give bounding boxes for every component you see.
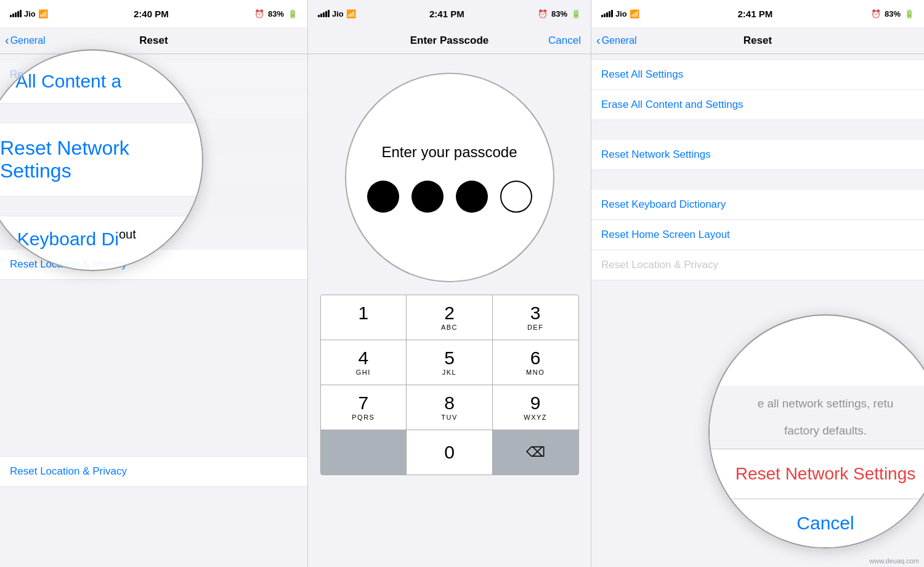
keypad: 1 2 ABC 3 DEF 4 GHI 5 JKL 6 MNO xyxy=(320,295,579,475)
key-8[interactable]: 8 TUV xyxy=(407,385,492,430)
dot-2 xyxy=(411,181,444,213)
bottom-spacer-left xyxy=(0,487,307,567)
status-bar-middle: Jio 📶 2:41 PM ⏰ 83% 🔋 xyxy=(308,0,591,27)
settings-cell-network-right[interactable]: Reset Network Settings xyxy=(591,140,924,170)
status-right-mid: ⏰ 83% 🔋 xyxy=(538,9,581,18)
battery-icon-left: 🔋 xyxy=(288,9,298,18)
key-9-letters: WXYZ xyxy=(524,414,547,421)
alarm-icon-mid: ⏰ xyxy=(538,9,548,18)
settings-cell-erase-right[interactable]: Erase All Content and Settings xyxy=(591,90,924,120)
chevron-left-icon: ‹ xyxy=(5,33,9,47)
wifi-icon-right: 📶 xyxy=(630,9,639,18)
key-7-letters: PQRS xyxy=(352,414,375,421)
key-3[interactable]: 3 DEF xyxy=(493,295,578,340)
key-2[interactable]: 2 ABC xyxy=(407,295,492,340)
magnify-reset-action[interactable]: Reset Network Settings xyxy=(710,449,924,499)
key-9[interactable]: 9 WXYZ xyxy=(493,385,578,430)
cancel-button-passcode[interactable]: Cancel xyxy=(548,35,581,47)
magnify-network-partial: e all network settings, retu xyxy=(758,397,894,410)
key-1[interactable]: 1 xyxy=(321,295,407,340)
status-bar-left: Jio 📶 2:40 PM ⏰ 83% 🔋 xyxy=(0,0,307,27)
time-right: 2:41 PM xyxy=(738,9,773,19)
key-7-number: 7 xyxy=(358,394,368,412)
magnify-gray-1 xyxy=(0,104,202,123)
settings-cell-keyboard-right[interactable]: Reset Keyboard Dictionary xyxy=(591,190,924,220)
key-3-number: 3 xyxy=(530,304,541,322)
left-panel: Jio 📶 2:40 PM ⏰ 83% 🔋 ‹ General Reset Re… xyxy=(0,0,308,567)
key-2-letters: ABC xyxy=(441,324,458,331)
carrier-mid: Jio xyxy=(332,9,344,18)
key-2-number: 2 xyxy=(444,304,455,322)
passcode-circle: Enter your passcode xyxy=(345,73,554,282)
settings-cell-reset-all-right[interactable]: Reset All Settings xyxy=(591,59,924,90)
battery-icon-right: 🔋 xyxy=(904,9,914,18)
passcode-dots xyxy=(367,181,532,213)
key-6-letters: MNO xyxy=(526,369,545,376)
key-7[interactable]: 7 PQRS xyxy=(321,385,407,430)
back-label-left: General xyxy=(10,35,46,46)
battery-right: 83% xyxy=(885,9,901,18)
nav-bar-right: ‹ General Reset xyxy=(591,27,924,54)
carrier-right: Jio xyxy=(615,9,627,18)
key-empty xyxy=(321,430,407,475)
magnify-partial-text: e all network settings, retu xyxy=(710,386,924,422)
settings-cell-homescreen-right[interactable]: Reset Home Screen Layout xyxy=(591,220,924,250)
dot-1 xyxy=(367,181,399,213)
back-button-left[interactable]: ‹ General xyxy=(5,33,46,47)
back-button-right[interactable]: ‹ General xyxy=(596,33,637,47)
nav-bar-left: ‹ General Reset xyxy=(0,27,307,54)
dot-3 xyxy=(456,181,488,213)
nav-title-right: Reset xyxy=(744,35,772,47)
alarm-icon-left: ⏰ xyxy=(254,9,264,18)
signal-icon-right xyxy=(601,10,613,17)
signal-icon xyxy=(10,10,22,17)
battery-icon-mid: 🔋 xyxy=(571,9,581,18)
passcode-prompt: Enter your passcode xyxy=(381,142,517,161)
chevron-right-icon: ‹ xyxy=(596,33,601,47)
key-delete[interactable]: ⌫ xyxy=(493,430,578,475)
key-6-number: 6 xyxy=(530,349,541,367)
key-8-letters: TUV xyxy=(441,414,458,421)
signal-icon-mid xyxy=(318,10,330,17)
carrier-left: Jio xyxy=(24,9,36,18)
status-right-left: ⏰ 83% 🔋 xyxy=(254,9,298,18)
watermark: www.deuaq.com xyxy=(869,557,919,565)
location-privacy-cell-left[interactable]: Reset Location & Privacy xyxy=(0,456,307,487)
wifi-icon-mid: 📶 xyxy=(346,9,356,18)
time-left: 2:40 PM xyxy=(134,9,169,19)
status-right-right: ⏰ 83% 🔋 xyxy=(871,9,914,18)
settings-cell-location-right[interactable]: Reset Location & Privacy xyxy=(591,250,924,280)
back-label-right: General xyxy=(602,35,637,46)
middle-panel: Jio 📶 2:41 PM ⏰ 83% 🔋 Enter Passcode Can… xyxy=(308,0,591,567)
key-5-number: 5 xyxy=(444,349,455,367)
key-4-letters: GHI xyxy=(356,369,371,376)
delete-icon: ⌫ xyxy=(526,444,545,460)
key-3-letters: DEF xyxy=(527,324,544,331)
key-0-number: 0 xyxy=(444,443,455,462)
key-6[interactable]: 6 MNO xyxy=(493,340,578,385)
key-0[interactable]: 0 xyxy=(407,430,492,475)
magnify-factory-text: factory defaults. xyxy=(710,422,924,449)
passcode-content: Enter your passcode 1 2 ABC 3 DEF xyxy=(308,54,591,567)
status-left-mid: Jio 📶 xyxy=(318,9,356,18)
magnify-factory-label: factory defaults. xyxy=(784,424,867,437)
key-1-letters xyxy=(362,324,365,331)
key-5[interactable]: 5 JKL xyxy=(407,340,492,385)
right-panel: Jio 📶 2:41 PM ⏰ 83% 🔋 ‹ General Reset Re… xyxy=(591,0,924,567)
key-4[interactable]: 4 GHI xyxy=(321,340,407,385)
time-mid: 2:41 PM xyxy=(429,9,464,19)
status-bar-right: Jio 📶 2:41 PM ⏰ 83% 🔋 xyxy=(591,0,924,27)
status-left: Jio 📶 xyxy=(10,9,48,18)
key-5-letters: JKL xyxy=(442,369,456,376)
passcode-nav: Enter Passcode Cancel xyxy=(308,27,591,54)
wifi-icon-left: 📶 xyxy=(38,9,48,18)
key-1-number: 1 xyxy=(358,304,368,322)
alarm-icon-right: ⏰ xyxy=(871,9,881,18)
right-separator-2 xyxy=(591,170,924,190)
nav-title-left: Reset xyxy=(139,35,168,47)
magnify-network-settings: Reset Network Settings xyxy=(0,123,202,197)
passcode-title: Enter Passcode xyxy=(410,35,489,47)
battery-mid: 83% xyxy=(551,9,567,18)
dot-4 xyxy=(500,181,532,213)
magnify-gray-2 xyxy=(0,197,202,216)
